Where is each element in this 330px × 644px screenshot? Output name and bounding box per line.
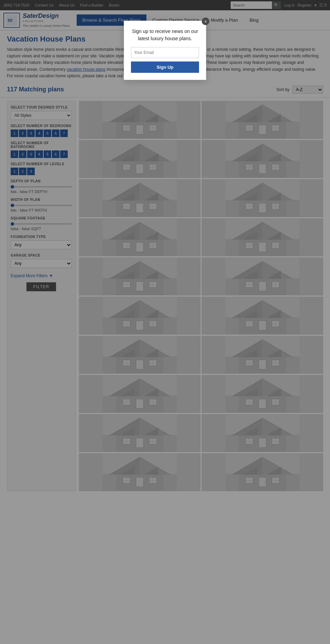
signup-modal: × Sign up to receive news on our latest … <box>124 21 206 80</box>
modal-close-btn[interactable]: × <box>202 18 209 25</box>
modal-overlay: × Sign up to receive news on our latest … <box>0 0 330 495</box>
modal-signup-btn[interactable]: Sign Up <box>131 61 199 73</box>
modal-email-input[interactable] <box>131 47 199 58</box>
modal-title: Sign up to receive news on our latest lu… <box>131 28 199 42</box>
